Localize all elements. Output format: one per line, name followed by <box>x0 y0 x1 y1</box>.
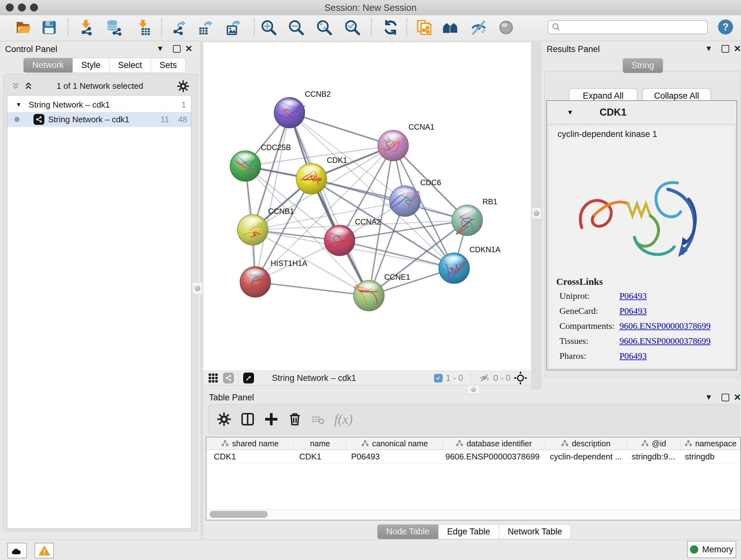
refresh-layout-icon[interactable] <box>382 19 399 36</box>
column-header-label: database identifier <box>467 439 532 448</box>
tab-select[interactable]: Select <box>109 58 151 73</box>
network-edge[interactable] <box>289 113 369 296</box>
network-nodes: CCNB2CCNA1CDC25BCDK1CDC6RB1CCNB1CCNA2CDK… <box>230 90 500 311</box>
network-collection-row[interactable]: ▼ String Network – cdk1 1 <box>7 98 191 112</box>
warning-status-button[interactable] <box>35 543 54 558</box>
column-header-shared-name[interactable]: shared name <box>206 437 294 449</box>
memory-button[interactable]: Memory <box>687 541 736 558</box>
crosslink-link[interactable]: 9606.ENSP00000378699 <box>619 336 711 346</box>
control-panel-menu-icon[interactable]: ▼ <box>156 44 164 53</box>
show-columns-icon[interactable] <box>240 412 255 427</box>
crosslinks-title: CrossLinks <box>556 276 603 287</box>
table-row[interactable]: CDK1CDK1P064939606.ENSP00000378699cyclin… <box>206 450 740 463</box>
zoom-in-icon[interactable] <box>260 19 277 36</box>
column-header-canonical-name[interactable]: canonical name <box>347 437 443 449</box>
table-cell[interactable]: 9606.ENSP00000378699 <box>443 450 545 463</box>
column-header-description[interactable]: description <box>545 437 627 449</box>
tab-sets[interactable]: Sets <box>151 58 186 73</box>
tab-style[interactable]: Style <box>72 58 110 73</box>
column-header-name[interactable]: name <box>294 437 347 449</box>
copy-string-network-icon[interactable] <box>415 19 432 36</box>
show-eye-icon[interactable] <box>498 19 515 36</box>
network-node-ccna1[interactable]: CCNA1 <box>378 123 434 161</box>
birds-eye-view-icon[interactable] <box>243 373 254 383</box>
crosslink-link[interactable]: P06493 <box>619 291 647 301</box>
protein-card-body: cyclin-dependent kinase 1 CrossLinks Uni… <box>548 125 735 368</box>
table-options-gear-icon[interactable] <box>217 412 231 427</box>
control-panel-close-icon[interactable]: ✕ <box>185 44 192 54</box>
left-splitter-grip[interactable] <box>192 282 203 294</box>
results-panel-menu-icon[interactable]: ▼ <box>705 44 713 53</box>
help-button[interactable]: ? <box>718 19 733 35</box>
table-cell[interactable]: CDK1 <box>294 450 347 463</box>
hierarchy-icon <box>361 440 369 447</box>
network-edge[interactable] <box>255 282 369 296</box>
grid-view-icon[interactable] <box>208 373 219 383</box>
zoom-selected-icon[interactable] <box>344 19 360 36</box>
export-image-icon[interactable] <box>225 19 242 36</box>
status-bar: Memory <box>0 540 741 560</box>
network-node-cdc25b[interactable]: CDC25B <box>230 143 291 181</box>
network-view-toolbar: String Network – cdk1 1 - 0 0 - 0 <box>203 371 531 385</box>
tab-edge-table[interactable]: Edge Table <box>438 524 499 539</box>
collapse-section-icon[interactable]: ▼ <box>567 109 574 116</box>
tab-node-table[interactable]: Node Table <box>377 524 439 539</box>
delete-column-icon[interactable] <box>287 412 302 427</box>
network-options-gear-icon[interactable] <box>177 80 190 92</box>
column-header-id[interactable]: @id <box>627 437 681 449</box>
column-header-database-identifier[interactable]: database identifier <box>443 437 545 449</box>
table-cell[interactable]: stringdb <box>681 450 740 463</box>
right-splitter-grip[interactable] <box>532 207 541 219</box>
network-node-cdkn1a[interactable]: CDKN1A <box>439 245 500 284</box>
column-header-namespace[interactable]: namespace <box>681 437 740 449</box>
export-network-icon[interactable] <box>171 19 187 36</box>
table-cell[interactable]: CDK1 <box>206 450 294 463</box>
table-panel-float-icon[interactable] <box>722 394 729 401</box>
tab-string[interactable]: String <box>623 58 663 73</box>
crosslink-link[interactable]: P06493 <box>619 351 647 361</box>
zoom-out-icon[interactable] <box>288 19 305 36</box>
tab-network-table[interactable]: Network Table <box>499 524 571 539</box>
import-network-database-icon[interactable] <box>105 19 122 36</box>
table-cell[interactable]: P06493 <box>347 450 443 463</box>
table-cell[interactable]: cyclin-dependent ... <box>545 450 627 463</box>
network-edge[interactable] <box>289 113 393 145</box>
string-home-icon[interactable] <box>442 19 459 36</box>
add-column-icon[interactable] <box>264 412 279 427</box>
cloud-status-button[interactable] <box>7 543 27 558</box>
tab-network[interactable]: Network <box>23 58 73 73</box>
scrollbar-thumb[interactable] <box>210 511 268 518</box>
network-canvas[interactable]: CCNB2CCNA1CDC25BCDK1CDC6RB1CCNB1CCNA2CDK… <box>203 43 531 371</box>
network-share-view-icon[interactable] <box>223 373 234 383</box>
network-node-ccne1[interactable]: CCNE1 <box>354 273 410 311</box>
selected-checkbox-icon[interactable] <box>434 374 443 382</box>
network-node-rb1[interactable]: RB1 <box>452 197 497 236</box>
pan-crosshair-icon[interactable] <box>514 371 527 385</box>
network-node-hist1h1a[interactable]: HIST1H1A <box>240 259 307 297</box>
export-table-icon[interactable] <box>197 19 214 36</box>
import-table-file-icon[interactable] <box>135 19 152 36</box>
network-row[interactable]: String Network – cdk1 11 48 <box>7 112 191 127</box>
collection-expand-icon[interactable]: ▼ <box>16 101 22 108</box>
crosslink-link[interactable]: 9606.ENSP00000378699 <box>619 321 711 331</box>
function-builder-icon: f(x) <box>334 412 353 427</box>
protein-card-header[interactable]: ▼ CDK1 <box>547 101 737 124</box>
open-session-icon[interactable] <box>15 19 32 36</box>
import-network-file-icon[interactable] <box>78 19 94 36</box>
hierarchy-icon <box>641 440 649 447</box>
crosslink-link[interactable]: P06493 <box>619 306 647 316</box>
results-panel-float-icon[interactable] <box>722 45 729 53</box>
table-cell[interactable]: stringdb:9... <box>627 450 681 463</box>
control-panel-float-icon[interactable] <box>173 45 181 53</box>
table-panel-close-icon[interactable]: ✕ <box>734 392 741 402</box>
table-panel-menu-icon[interactable]: ▼ <box>705 393 713 401</box>
table-horizontal-scrollbar[interactable] <box>207 509 740 519</box>
network-node-cdk1[interactable]: CDK1 <box>296 156 347 194</box>
crosslink-row: Uniprot:P06493 <box>559 291 647 301</box>
results-panel-close-icon[interactable]: ✕ <box>734 44 741 54</box>
hide-unhide-icon[interactable] <box>470 19 487 36</box>
zoom-fit-icon[interactable] <box>316 19 333 36</box>
string-network-graph[interactable]: CCNB2CCNA1CDC25BCDK1CDC6RB1CCNB1CCNA2CDK… <box>203 43 531 371</box>
save-session-icon[interactable] <box>41 19 57 36</box>
search-input[interactable] <box>548 20 708 34</box>
